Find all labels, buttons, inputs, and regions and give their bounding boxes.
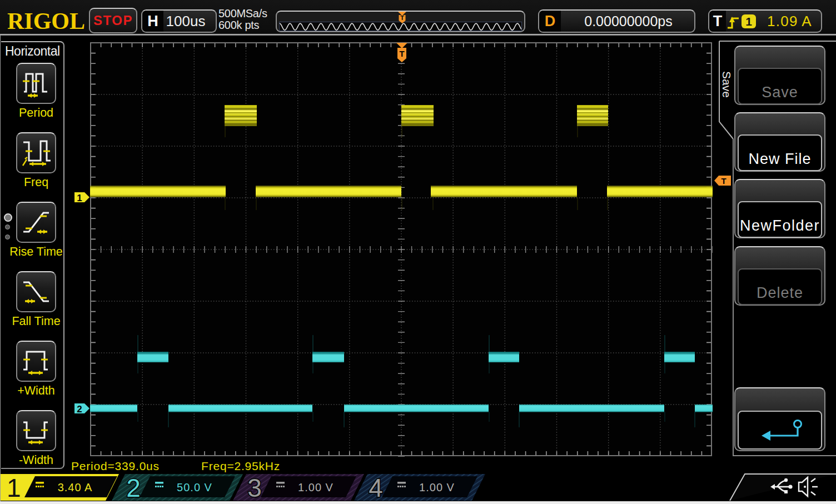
svg-text:2: 2	[126, 473, 141, 502]
svg-text:1.00 V: 1.00 V	[298, 481, 334, 493]
svg-text:50.0 V: 50.0 V	[177, 481, 212, 493]
svg-text:3: 3	[247, 473, 262, 502]
svg-text:1: 1	[7, 473, 21, 502]
svg-text:3.40 A: 3.40 A	[58, 481, 93, 493]
svg-text:T: T	[400, 14, 404, 21]
svg-text:T: T	[399, 49, 404, 58]
svg-text:4: 4	[369, 473, 383, 502]
svg-text:1: 1	[77, 193, 82, 203]
svg-text:1.00 V: 1.00 V	[419, 481, 455, 493]
svg-text:2: 2	[77, 404, 82, 415]
